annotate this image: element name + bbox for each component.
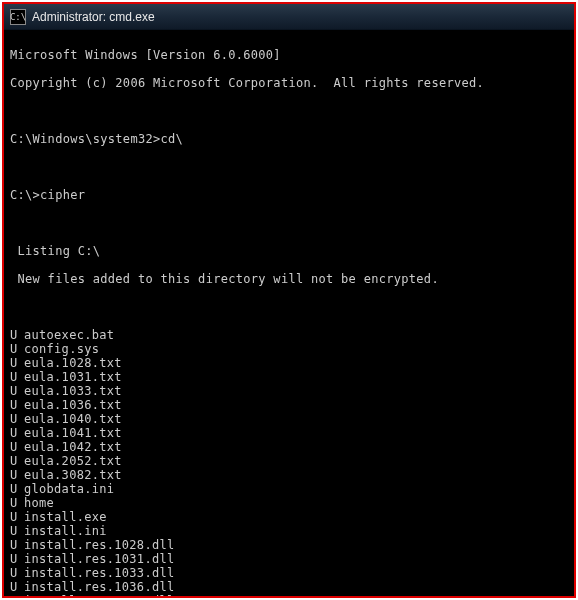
file-row: Ueula.1042.txt [10, 440, 568, 454]
file-name: eula.1033.txt [24, 384, 568, 398]
file-name: install.res.1040.dll [24, 594, 568, 596]
file-name: install.exe [24, 510, 568, 524]
file-name: install.ini [24, 524, 568, 538]
file-flag: U [10, 440, 24, 454]
file-name: eula.1028.txt [24, 356, 568, 370]
blank-line [10, 300, 568, 314]
cmd-window: C:\ Administrator: cmd.exe Microsoft Win… [2, 2, 576, 598]
file-row: Ueula.2052.txt [10, 454, 568, 468]
file-row: Ueula.1033.txt [10, 384, 568, 398]
file-row: Ueula.3082.txt [10, 468, 568, 482]
file-row: Ueula.1031.txt [10, 370, 568, 384]
file-row: Uinstall.res.1028.dll [10, 538, 568, 552]
file-name: eula.1042.txt [24, 440, 568, 454]
listing-note: New files added to this directory will n… [10, 272, 568, 286]
file-row: Ueula.1040.txt [10, 412, 568, 426]
file-name: autoexec.bat [24, 328, 568, 342]
file-row: Uinstall.res.1031.dll [10, 552, 568, 566]
file-row: Uinstall.res.1036.dll [10, 580, 568, 594]
prompt-cd: C:\Windows\system32>cd\ [10, 132, 568, 146]
file-row: Uinstall.res.1033.dll [10, 566, 568, 580]
cmd-icon: C:\ [10, 9, 26, 25]
file-listing: Uautoexec.batUconfig.sysUeula.1028.txtUe… [10, 328, 568, 596]
file-row: Uinstall.exe [10, 510, 568, 524]
file-row: Ueula.1036.txt [10, 398, 568, 412]
file-flag: U [10, 594, 24, 596]
file-flag: U [10, 412, 24, 426]
blank-line [10, 216, 568, 230]
file-name: eula.1041.txt [24, 426, 568, 440]
file-row: Uglobdata.ini [10, 482, 568, 496]
file-name: install.res.1031.dll [24, 552, 568, 566]
listing-header: Listing C:\ [10, 244, 568, 258]
file-flag: U [10, 566, 24, 580]
blank-line [10, 104, 568, 118]
file-row: Ueula.1041.txt [10, 426, 568, 440]
file-name: config.sys [24, 342, 568, 356]
window-title: Administrator: cmd.exe [32, 10, 155, 24]
blank-line [10, 160, 568, 174]
terminal-output[interactable]: Microsoft Windows [Version 6.0.6000] Cop… [4, 30, 574, 596]
file-flag: U [10, 384, 24, 398]
file-flag: U [10, 510, 24, 524]
file-row: Uautoexec.bat [10, 328, 568, 342]
file-flag: U [10, 356, 24, 370]
file-row: Uhome [10, 496, 568, 510]
file-row: Ueula.1028.txt [10, 356, 568, 370]
file-name: eula.1031.txt [24, 370, 568, 384]
file-name: eula.2052.txt [24, 454, 568, 468]
file-name: globdata.ini [24, 482, 568, 496]
file-name: install.res.1033.dll [24, 566, 568, 580]
copyright-line: Copyright (c) 2006 Microsoft Corporation… [10, 76, 568, 90]
file-flag: U [10, 342, 24, 356]
file-flag: U [10, 454, 24, 468]
file-flag: U [10, 496, 24, 510]
file-row: Uinstall.res.1040.dll [10, 594, 568, 596]
file-name: install.res.1036.dll [24, 580, 568, 594]
titlebar[interactable]: C:\ Administrator: cmd.exe [4, 4, 574, 30]
file-flag: U [10, 370, 24, 384]
file-name: eula.1040.txt [24, 412, 568, 426]
version-line: Microsoft Windows [Version 6.0.6000] [10, 48, 568, 62]
file-name: eula.3082.txt [24, 468, 568, 482]
file-name: home [24, 496, 568, 510]
file-name: install.res.1028.dll [24, 538, 568, 552]
file-flag: U [10, 398, 24, 412]
file-flag: U [10, 538, 24, 552]
prompt-cipher: C:\>cipher [10, 188, 568, 202]
file-flag: U [10, 328, 24, 342]
file-flag: U [10, 524, 24, 538]
file-flag: U [10, 426, 24, 440]
file-flag: U [10, 552, 24, 566]
file-row: Uinstall.ini [10, 524, 568, 538]
file-flag: U [10, 468, 24, 482]
file-flag: U [10, 580, 24, 594]
file-row: Uconfig.sys [10, 342, 568, 356]
file-flag: U [10, 482, 24, 496]
file-name: eula.1036.txt [24, 398, 568, 412]
